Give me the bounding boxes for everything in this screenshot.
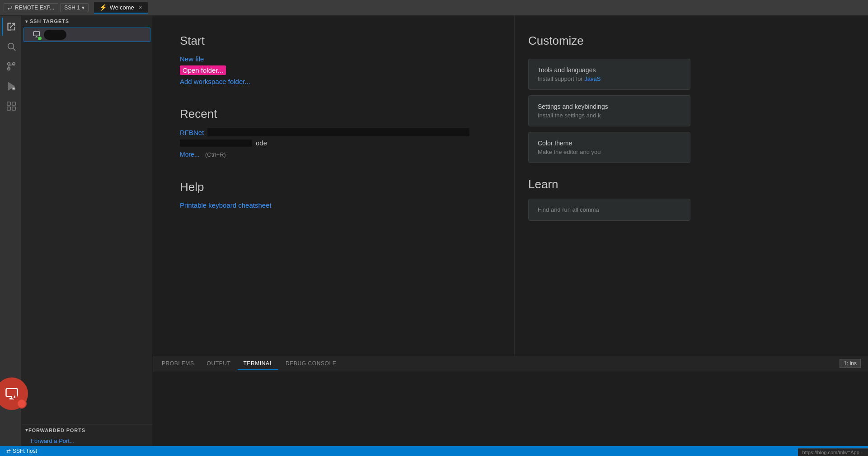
svg-point-1	[8, 43, 14, 49]
start-title: Start	[180, 34, 487, 48]
open-folder-link[interactable]: Open folder...	[180, 65, 226, 75]
forward-port-link[interactable]: Forward a Port...	[22, 436, 152, 446]
learn-title: Learn	[528, 177, 690, 191]
remote-icon: ⇄	[8, 5, 12, 11]
remote-label: REMOTE EXP...	[15, 5, 54, 11]
chevron-icon: ▾	[25, 19, 28, 24]
tab-terminal[interactable]: TERMINAL	[238, 358, 278, 370]
welcome-main: Start New file Open folder... Add worksp…	[153, 16, 514, 356]
tools-desc: Install support for JavaS	[538, 75, 681, 82]
remote-icon-annotated[interactable]	[0, 377, 28, 410]
tools-languages-card[interactable]: Tools and languages Install support for …	[528, 59, 690, 90]
help-title: Help	[180, 180, 487, 194]
remote-status-icon: ⇄	[6, 448, 11, 454]
welcome-page: Start New file Open folder... Add worksp…	[153, 16, 868, 356]
ssh-dropdown[interactable]: SSH 1 ▾	[60, 3, 89, 12]
remote-icon-button[interactable]	[0, 377, 28, 410]
recent-item-1: RFBNet	[180, 128, 487, 136]
tab-bar: ⚡ Welcome ×	[94, 2, 864, 14]
color-theme-title: Color theme	[538, 140, 681, 147]
more-link[interactable]: More...	[180, 151, 200, 158]
remote-status[interactable]: ⇄ SSH: host	[4, 448, 40, 454]
ssh-target-item[interactable]	[23, 28, 150, 42]
tab-welcome[interactable]: ⚡ Welcome ×	[94, 2, 148, 14]
ssh-targets-label: SSH TARGETS	[30, 19, 69, 24]
recent-item-1-link[interactable]: RFBNet	[180, 129, 204, 136]
svg-rect-12	[12, 107, 15, 110]
svg-line-2	[13, 48, 15, 51]
recent-item-2: ode	[180, 139, 487, 147]
sidebar-item-search[interactable]	[2, 37, 20, 56]
settings-title: Settings and keybindings	[538, 103, 681, 110]
tab-welcome-label: Welcome	[110, 4, 134, 11]
redacted-path-bar	[207, 128, 469, 136]
vscode-icon: ⚡	[99, 4, 107, 11]
more-shortcut: (Ctrl+R)	[205, 151, 226, 158]
status-bar: ⇄ SSH: host https://blog.com/mlw=App...	[0, 446, 868, 456]
main-layout: ▾ SSH TARGETS ▾ FORWARDED PORTS Forward …	[0, 16, 868, 446]
recent-item-suffix: ode	[256, 139, 267, 147]
ssh-targets-header[interactable]: ▾ SSH TARGETS	[22, 16, 152, 27]
svg-rect-19	[33, 32, 39, 36]
sidebar-item-extensions[interactable]	[2, 97, 20, 115]
panel-content	[153, 372, 868, 446]
color-theme-desc: Make the editor and you	[538, 149, 681, 155]
top-bar: ⇄ REMOTE EXP... SSH 1 ▾ ⚡ Welcome ×	[0, 0, 868, 16]
learn-desc: Find and run all comma	[538, 206, 681, 213]
url-bar: https://blog.com/mlw=App...	[798, 448, 868, 456]
customize-panel: Customize Tools and languages Install su…	[514, 16, 704, 356]
tab-output[interactable]: OUTPUT	[202, 358, 236, 370]
forwarded-ports-header[interactable]: ▾ FORWARDED PORTS	[22, 424, 152, 436]
forwarded-ports-label: FORWARDED PORTS	[28, 428, 85, 433]
terminal-badge: 1: ins	[840, 359, 861, 368]
printable-link[interactable]: Printable keyboard cheatsheet	[180, 201, 487, 209]
recent-title: Recent	[180, 107, 487, 121]
svg-rect-9	[7, 102, 10, 105]
new-file-link[interactable]: New file	[180, 55, 487, 63]
monitor-icon	[33, 31, 40, 39]
remote-explorer-button[interactable]: ⇄ REMOTE EXP...	[4, 3, 58, 12]
svg-rect-11	[7, 107, 10, 110]
tools-title: Tools and languages	[538, 66, 681, 74]
activity-bar	[0, 16, 22, 446]
ssh-label: SSH 1	[64, 5, 80, 11]
chevron-icon: ▾	[25, 427, 28, 433]
redacted-item-bar	[180, 140, 252, 147]
customize-title: Customize	[528, 34, 690, 48]
remote-status-label: SSH: host	[13, 448, 37, 454]
content-area: Start New file Open folder... Add worksp…	[153, 16, 868, 446]
sidebar-item-run-debug[interactable]	[2, 77, 20, 95]
tab-debug-console[interactable]: DEBUG CONSOLE	[280, 358, 342, 370]
settings-keybindings-card[interactable]: Settings and keybindings Install the set…	[528, 95, 690, 126]
ssh-hostname-redacted	[44, 30, 66, 40]
bottom-panel: PROBLEMS OUTPUT TERMINAL DEBUG CONSOLE 1…	[153, 356, 868, 446]
sidebar: ▾ SSH TARGETS ▾ FORWARDED PORTS Forward …	[22, 16, 153, 446]
connection-status-dot	[38, 37, 42, 40]
svg-rect-10	[12, 102, 15, 105]
learn-commands-card[interactable]: Find and run all comma	[528, 199, 690, 221]
svg-point-18	[14, 397, 15, 398]
javascript-link[interactable]: JavaS	[584, 75, 601, 82]
color-theme-card[interactable]: Color theme Make the editor and you	[528, 132, 690, 163]
chevron-down-icon: ▾	[82, 5, 84, 11]
panel-tabs: PROBLEMS OUTPUT TERMINAL DEBUG CONSOLE 1…	[153, 356, 868, 372]
tab-problems[interactable]: PROBLEMS	[156, 358, 200, 370]
settings-desc: Install the settings and k	[538, 112, 681, 119]
tab-close-button[interactable]: ×	[139, 4, 142, 11]
sidebar-item-source-control[interactable]	[2, 57, 20, 75]
sidebar-item-explorer[interactable]	[2, 18, 20, 36]
add-workspace-link[interactable]: Add workspace folder...	[180, 78, 487, 85]
